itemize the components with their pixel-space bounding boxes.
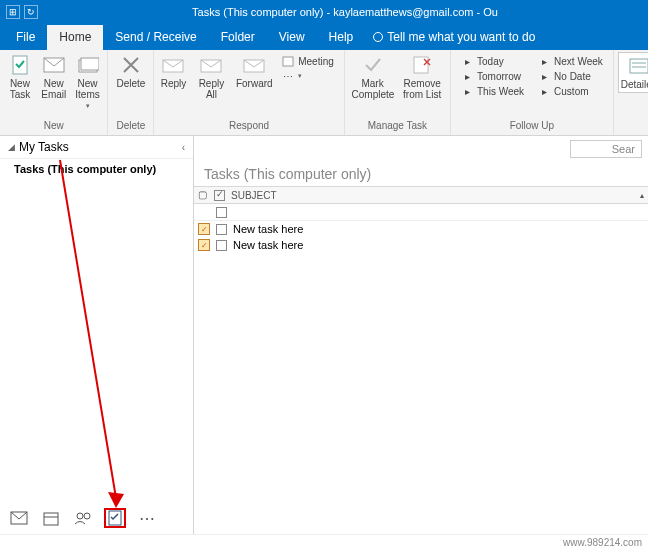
group-delete-label: Delete — [112, 120, 149, 133]
new-task-checkbox[interactable] — [216, 207, 227, 218]
remove-from-list-button[interactable]: Remove from List — [398, 52, 446, 102]
task-title: New task here — [233, 223, 303, 235]
people-nav-icon[interactable] — [74, 510, 92, 526]
mark-complete-label: Mark Complete — [352, 78, 394, 100]
my-tasks-header[interactable]: ◢ My Tasks ‹ — [0, 136, 193, 159]
group-respond-label: Respond — [158, 120, 339, 133]
reply-all-button[interactable]: Reply All — [191, 52, 233, 102]
new-items-label: New Items — [75, 78, 99, 100]
tell-me-label: Tell me what you want to do — [387, 30, 535, 44]
sort-ascending-icon: ▴ — [640, 191, 644, 200]
list-title: Tasks (This computer only) — [194, 160, 648, 186]
task-row[interactable]: ✓ New task here — [194, 237, 648, 253]
svg-rect-3 — [81, 58, 99, 70]
flag-icon: ▸ — [538, 70, 550, 82]
next-week-button[interactable]: ▸Next Week — [536, 54, 605, 68]
search-input[interactable]: Sear — [570, 140, 642, 158]
tab-file[interactable]: File — [4, 25, 47, 50]
chevron-down-icon: ▾ — [86, 102, 90, 110]
reply-all-icon — [200, 54, 222, 76]
footer-watermark: www.989214.com — [0, 534, 648, 550]
window-title: Tasks (This computer only) - kaylaematth… — [48, 6, 642, 18]
respond-more-button[interactable]: ⋯ ▾ — [280, 69, 336, 83]
ribbon: New Task New Email New Items ▾ New — [0, 50, 648, 136]
task-title: New task here — [233, 239, 303, 251]
new-email-button[interactable]: New Email — [38, 52, 70, 102]
tasks-nav-icon[interactable] — [106, 510, 124, 526]
pane-collapse-icon[interactable]: ‹ — [182, 142, 185, 153]
new-task-button[interactable]: New Task — [4, 52, 36, 102]
column-header-row[interactable]: ▢ ✓ SUBJECT ▴ — [194, 186, 648, 204]
calendar-nav-icon[interactable] — [42, 510, 60, 526]
task-item-icon: ✓ — [198, 223, 210, 235]
tab-home[interactable]: Home — [47, 25, 103, 50]
collapse-triangle-icon: ◢ — [8, 142, 15, 152]
custom-button[interactable]: ▸Custom — [536, 84, 605, 98]
tell-me-search[interactable]: Tell me what you want to do — [365, 30, 543, 50]
tab-view[interactable]: View — [267, 25, 317, 50]
svg-point-22 — [77, 513, 83, 519]
chevron-down-icon: ▾ — [298, 72, 302, 80]
group-follow-up: ▸Today ▸Tomorrow ▸This Week ▸Next Week ▸… — [451, 50, 614, 135]
lightbulb-icon — [373, 32, 383, 42]
flag-icon: ▸ — [538, 55, 550, 67]
group-delete: Delete Delete — [108, 50, 154, 135]
remove-from-list-label: Remove from List — [402, 78, 442, 100]
reply-icon — [162, 54, 184, 76]
qat-icon-2[interactable]: ↻ — [24, 5, 38, 19]
no-date-button[interactable]: ▸No Date — [536, 69, 605, 83]
detailed-view-button[interactable]: Detailed — [618, 52, 648, 93]
delete-x-icon — [120, 54, 142, 76]
task-item-icon: ✓ — [198, 239, 210, 251]
task-row[interactable]: ✓ New task here — [194, 221, 648, 237]
this-week-button[interactable]: ▸This Week — [459, 84, 526, 98]
svg-rect-9 — [630, 59, 648, 73]
flag-icon: ▸ — [461, 85, 473, 97]
navigation-bar: ⋯ — [0, 502, 193, 534]
mail-nav-icon[interactable] — [10, 510, 28, 526]
today-button[interactable]: ▸Today — [459, 54, 526, 68]
new-email-label: New Email — [41, 78, 66, 100]
flag-icon: ▸ — [538, 85, 550, 97]
mark-complete-button[interactable]: Mark Complete — [349, 52, 397, 102]
detailed-view-label: Detailed — [621, 79, 648, 90]
annotation-arrow — [54, 156, 144, 516]
tab-folder[interactable]: Folder — [209, 25, 267, 50]
meeting-button[interactable]: Meeting — [280, 54, 336, 68]
check-icon — [362, 54, 384, 76]
complete-column-header[interactable]: ✓ — [214, 190, 225, 201]
svg-rect-8 — [414, 57, 428, 73]
my-tasks-label: My Tasks — [19, 140, 69, 154]
calendar-icon — [282, 55, 294, 67]
reply-button[interactable]: Reply — [158, 52, 188, 91]
group-view-label: Current V — [618, 120, 648, 133]
envelope-icon — [43, 54, 65, 76]
group-followup-label: Follow Up — [455, 120, 609, 133]
tomorrow-button[interactable]: ▸Tomorrow — [459, 69, 526, 83]
task-checkbox[interactable] — [216, 224, 227, 235]
task-list-pane: Sear Tasks (This computer only) ▢ ✓ SUBJ… — [194, 136, 648, 534]
sidebar-item-tasks-local[interactable]: Tasks (This computer only) — [0, 159, 193, 179]
new-task-row[interactable] — [194, 204, 648, 221]
tab-help[interactable]: Help — [317, 25, 366, 50]
group-manage-task: Mark Complete Remove from List Manage Ta… — [345, 50, 451, 135]
new-items-icon — [77, 54, 99, 76]
forward-icon — [243, 54, 265, 76]
more-nav-icon[interactable]: ⋯ — [138, 510, 156, 526]
flag-icon: ▸ — [461, 55, 473, 67]
remove-list-icon — [411, 54, 433, 76]
new-task-label: New Task — [8, 78, 32, 100]
qat-icon-1[interactable]: ⊞ — [6, 5, 20, 19]
new-items-button[interactable]: New Items ▾ — [72, 52, 104, 112]
icon-column-header[interactable]: ▢ — [198, 189, 208, 201]
task-checkbox[interactable] — [216, 240, 227, 251]
more-icon: ⋯ — [282, 70, 294, 82]
svg-rect-7 — [283, 57, 293, 66]
forward-button[interactable]: Forward — [234, 52, 274, 91]
clipboard-check-icon — [9, 54, 31, 76]
delete-button[interactable]: Delete — [112, 52, 149, 91]
subject-column-header[interactable]: SUBJECT — [231, 190, 634, 201]
quick-access-toolbar: ⊞ ↻ — [6, 5, 38, 19]
new-task-input[interactable] — [233, 206, 644, 218]
tab-send-receive[interactable]: Send / Receive — [103, 25, 208, 50]
